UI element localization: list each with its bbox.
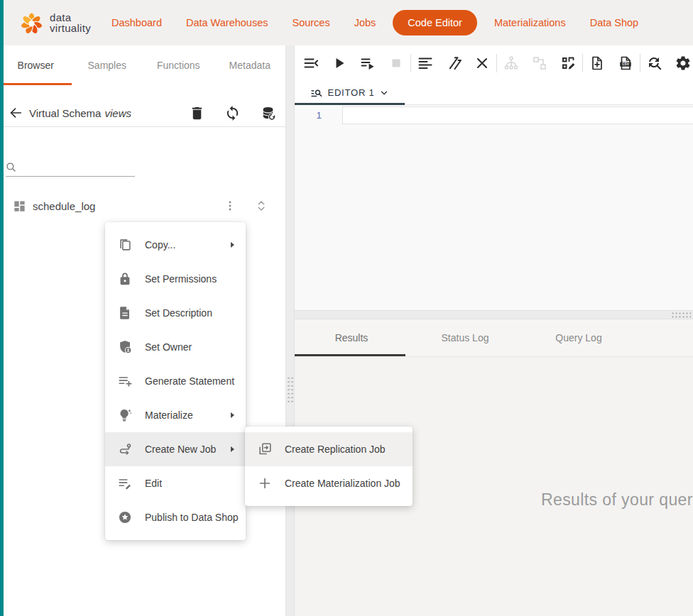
toolbar-menu-open[interactable] bbox=[297, 49, 325, 77]
results-empty-text: Results of your querie bbox=[541, 490, 693, 510]
menu-item-create-replication-job[interactable]: Create Replication Job bbox=[245, 432, 413, 466]
menu-item-create-materialization-job[interactable]: Create Materialization Job bbox=[245, 466, 413, 500]
create-job-submenu: Create Replication Job Create Materializ… bbox=[245, 427, 413, 506]
code-editor-area[interactable]: 1 bbox=[295, 105, 693, 310]
nav-link-data-shop[interactable]: Data Shop bbox=[578, 17, 651, 28]
line-number: 1 bbox=[295, 110, 322, 121]
tree-row-schedule-log[interactable]: schedule_log bbox=[0, 195, 285, 216]
nav-link-sources[interactable]: Sources bbox=[280, 17, 342, 28]
playlist-edit-icon bbox=[116, 475, 133, 492]
chevron-down-icon[interactable] bbox=[379, 88, 389, 98]
schema-search bbox=[6, 158, 135, 177]
tree-item-label: schedule_log bbox=[33, 200, 95, 212]
playlist-add-icon bbox=[116, 373, 133, 390]
toolbar-format-off[interactable] bbox=[440, 49, 468, 77]
results-tabs: Results Status Log Query Log bbox=[295, 319, 693, 357]
tab-status-log[interactable]: Status Log bbox=[408, 319, 522, 356]
app-window: data virtuality Dashboard Data Warehouse… bbox=[0, 0, 693, 616]
svg-text:CSV: CSV bbox=[622, 62, 629, 66]
tab-functions[interactable]: Functions bbox=[143, 45, 214, 85]
menu-item-create-new-job[interactable]: Create New Job bbox=[105, 432, 246, 466]
brand-text: data virtuality bbox=[50, 12, 91, 33]
menu-item-set-description[interactable]: Set Description bbox=[105, 296, 246, 330]
toolbar-schema-view bbox=[525, 49, 554, 77]
nav-links: Dashboard Data Warehouses Sources Jobs C… bbox=[99, 10, 650, 35]
editor-tabrow: EDITOR 1 bbox=[295, 81, 693, 105]
tab-metadata[interactable]: Metadata bbox=[214, 45, 286, 85]
toolbar-add-file[interactable] bbox=[583, 49, 611, 77]
toolbar-stop bbox=[382, 49, 410, 77]
tab-browser[interactable]: Browser bbox=[0, 45, 72, 85]
toolbar-run[interactable] bbox=[325, 49, 354, 77]
tab-results[interactable]: Results bbox=[295, 319, 408, 356]
search-icon bbox=[6, 162, 16, 172]
left-panel-tabs: Browser Samples Functions Metadata bbox=[0, 45, 285, 85]
toolbar-settings[interactable] bbox=[669, 49, 693, 77]
toolbar-clear[interactable] bbox=[468, 49, 496, 77]
vertical-splitter[interactable] bbox=[285, 45, 295, 616]
toolbar-export-csv[interactable]: CSV bbox=[611, 49, 640, 77]
submenu-arrow-icon bbox=[231, 446, 234, 452]
views-grid-icon bbox=[13, 199, 26, 213]
schema-actions bbox=[189, 105, 285, 121]
toolbar-dependency-graph bbox=[497, 49, 525, 77]
menu-item-set-permissions[interactable]: Set Permissions bbox=[105, 262, 246, 296]
action-refresh[interactable] bbox=[224, 105, 241, 121]
horizontal-splitter[interactable] bbox=[295, 310, 693, 319]
edge-accent-strip bbox=[0, 0, 4, 616]
plus-icon bbox=[256, 475, 273, 492]
editor-active-line[interactable] bbox=[342, 106, 693, 124]
action-database-refresh[interactable] bbox=[260, 105, 276, 121]
submenu-arrow-icon bbox=[231, 412, 234, 418]
copy-icon bbox=[116, 236, 133, 253]
menu-item-set-owner[interactable]: Set Owner bbox=[105, 330, 246, 364]
brand-logo[interactable]: data virtuality bbox=[19, 10, 91, 36]
nav-link-materializations[interactable]: Materializations bbox=[482, 17, 578, 28]
submenu-arrow-icon bbox=[231, 242, 234, 248]
search-input[interactable] bbox=[21, 161, 135, 173]
route-icon bbox=[116, 441, 133, 458]
editor-panel: CSV EDITOR 1 1 Results bbox=[295, 45, 693, 616]
replication-icon bbox=[256, 441, 273, 458]
materialize-icon bbox=[116, 407, 133, 424]
manage-search-icon bbox=[310, 87, 323, 99]
star-circle-icon bbox=[116, 509, 133, 526]
menu-item-copy[interactable]: Copy... bbox=[105, 228, 246, 262]
more-vert-icon[interactable] bbox=[222, 197, 239, 214]
description-icon bbox=[116, 304, 133, 321]
lock-icon bbox=[116, 270, 133, 287]
dv-flower-icon bbox=[19, 10, 44, 36]
nav-link-jobs[interactable]: Jobs bbox=[342, 17, 388, 28]
shield-person-icon bbox=[116, 339, 133, 356]
tree-row-actions bbox=[222, 197, 285, 214]
horizontal-splitter-handle[interactable] bbox=[671, 312, 691, 318]
menu-item-generate-statement[interactable]: Generate Statement bbox=[105, 364, 246, 398]
editor-tab-label: EDITOR 1 bbox=[327, 87, 374, 98]
toolbar-find-replace[interactable] bbox=[640, 49, 669, 77]
top-nav: data virtuality Dashboard Data Warehouse… bbox=[0, 0, 693, 45]
action-delete[interactable] bbox=[189, 105, 205, 121]
editor-tab-1[interactable]: EDITOR 1 bbox=[295, 81, 405, 104]
menu-item-edit[interactable]: Edit bbox=[105, 466, 246, 500]
unfold-icon[interactable] bbox=[253, 197, 270, 214]
tab-samples[interactable]: Samples bbox=[72, 45, 143, 85]
tab-query-log[interactable]: Query Log bbox=[522, 319, 635, 356]
nav-link-dashboard[interactable]: Dashboard bbox=[99, 17, 174, 28]
menu-item-materialize[interactable]: Materialize bbox=[105, 398, 246, 432]
nav-link-data-warehouses[interactable]: Data Warehouses bbox=[174, 17, 280, 28]
editor-toolbar: CSV bbox=[295, 45, 693, 81]
vertical-splitter-handle[interactable] bbox=[287, 376, 293, 405]
context-menu: Copy... Set Permissions Set Description … bbox=[105, 222, 246, 540]
schema-title: Virtual Schemaviews bbox=[29, 107, 131, 119]
nav-link-code-editor[interactable]: Code Editor bbox=[393, 10, 477, 35]
back-button[interactable] bbox=[7, 104, 24, 121]
toolbar-run-selection[interactable] bbox=[354, 49, 382, 77]
schema-header: Virtual Schemaviews bbox=[0, 99, 285, 127]
toolbar-query-plan[interactable] bbox=[554, 49, 582, 77]
menu-item-publish-to-data-shop[interactable]: Publish to Data Shop bbox=[105, 500, 246, 534]
toolbar-format-align[interactable] bbox=[411, 49, 440, 77]
